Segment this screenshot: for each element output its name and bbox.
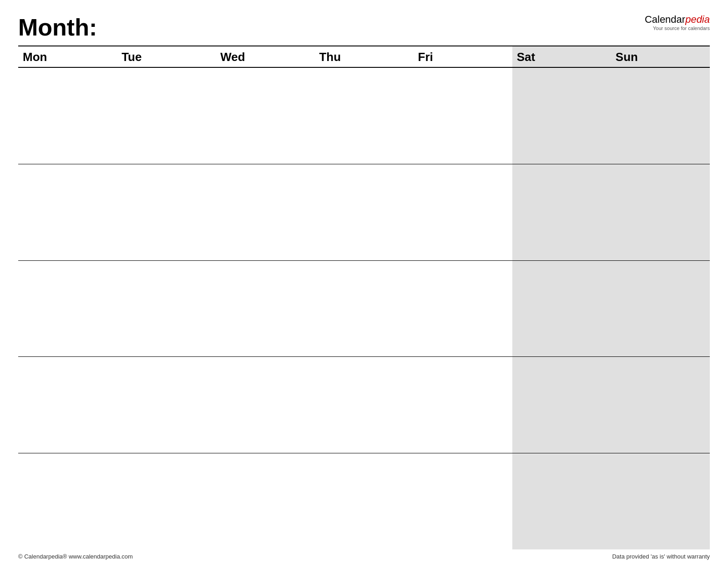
week4-tue[interactable]	[117, 357, 216, 453]
header: Month: Calendarpedia Your source for cal…	[18, 14, 710, 41]
week3-sat[interactable]	[512, 261, 611, 357]
week-row-2	[18, 164, 710, 261]
week3-sun[interactable]	[611, 261, 710, 357]
week2-sun[interactable]	[611, 164, 710, 260]
day-header-thu: Thu	[314, 46, 413, 67]
month-title: Month:	[18, 14, 97, 41]
weeks-container	[18, 68, 710, 549]
week5-tue[interactable]	[117, 453, 216, 549]
week4-wed[interactable]	[216, 357, 314, 453]
week1-thu[interactable]	[314, 68, 413, 164]
day-header-sat: Sat	[512, 46, 611, 67]
week-row-1	[18, 68, 710, 164]
week5-thu[interactable]	[314, 453, 413, 549]
week3-thu[interactable]	[314, 261, 413, 357]
day-header-tue: Tue	[117, 46, 216, 67]
week-row-3	[18, 261, 710, 357]
week4-fri[interactable]	[414, 357, 512, 453]
week1-sat[interactable]	[512, 68, 611, 164]
week-row-5	[18, 453, 710, 549]
week2-tue[interactable]	[117, 164, 216, 260]
logo-pedia: pedia	[685, 14, 710, 25]
week2-wed[interactable]	[216, 164, 314, 260]
day-header-fri: Fri	[414, 46, 512, 67]
logo-subtitle: Your source for calendars	[645, 25, 710, 31]
day-header-sun: Sun	[611, 46, 710, 67]
week1-wed[interactable]	[216, 68, 314, 164]
footer-copyright: © Calendarpedia® www.calendarpedia.com	[18, 553, 133, 560]
week5-mon[interactable]	[18, 453, 117, 549]
footer-disclaimer: Data provided 'as is' without warranty	[612, 553, 710, 560]
week3-fri[interactable]	[414, 261, 512, 357]
day-header-mon: Mon	[18, 46, 117, 67]
footer: © Calendarpedia® www.calendarpedia.com D…	[18, 549, 710, 560]
week4-thu[interactable]	[314, 357, 413, 453]
week4-sat[interactable]	[512, 357, 611, 453]
week5-fri[interactable]	[414, 453, 512, 549]
week2-sat[interactable]	[512, 164, 611, 260]
week1-fri[interactable]	[414, 68, 512, 164]
logo-container: Calendarpedia Your source for calendars	[645, 14, 710, 32]
week3-mon[interactable]	[18, 261, 117, 357]
week3-wed[interactable]	[216, 261, 314, 357]
week1-tue[interactable]	[117, 68, 216, 164]
week2-mon[interactable]	[18, 164, 117, 260]
week1-sun[interactable]	[611, 68, 710, 164]
page-container: Month: Calendarpedia Your source for cal…	[0, 0, 728, 569]
week5-wed[interactable]	[216, 453, 314, 549]
week3-tue[interactable]	[117, 261, 216, 357]
day-headers: Mon Tue Wed Thu Fri Sat Sun	[18, 46, 710, 68]
logo-text: Calendarpedia	[645, 14, 710, 25]
week4-mon[interactable]	[18, 357, 117, 453]
week-row-4	[18, 357, 710, 453]
week5-sun[interactable]	[611, 453, 710, 549]
calendar-grid: Mon Tue Wed Thu Fri Sat Sun	[18, 46, 710, 549]
week2-fri[interactable]	[414, 164, 512, 260]
logo-calendar: Calendar	[645, 14, 685, 25]
week5-sat[interactable]	[512, 453, 611, 549]
week4-sun[interactable]	[611, 357, 710, 453]
week1-mon[interactable]	[18, 68, 117, 164]
day-header-wed: Wed	[216, 46, 314, 67]
week2-thu[interactable]	[314, 164, 413, 260]
